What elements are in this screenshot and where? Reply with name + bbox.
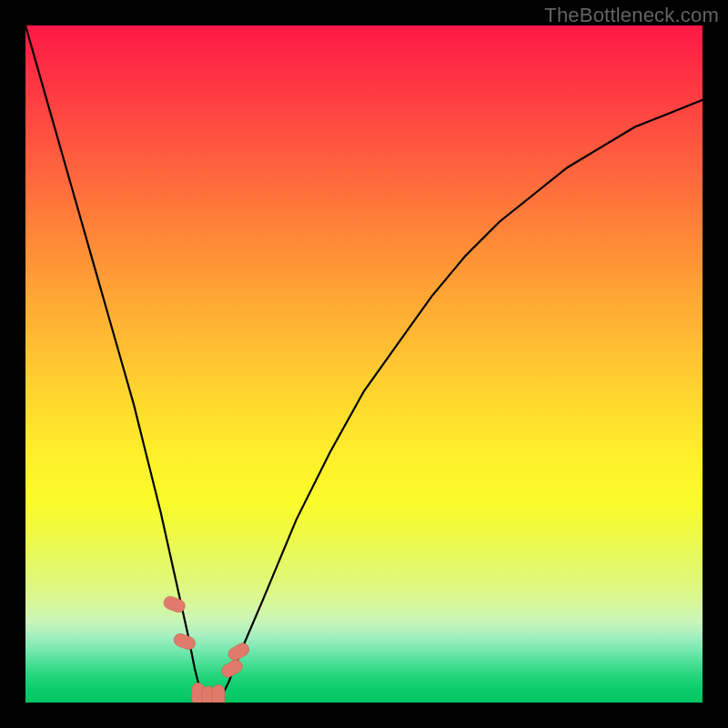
- bottleneck-curve: [25, 25, 703, 703]
- curve-marker: [172, 632, 197, 651]
- chart-frame: TheBottleneck.com: [0, 0, 728, 728]
- plot-area: [25, 25, 703, 703]
- curve-layer: [25, 25, 703, 703]
- marker-group: [162, 594, 251, 703]
- curve-marker: [212, 685, 225, 703]
- watermark-text: TheBottleneck.com: [544, 4, 719, 27]
